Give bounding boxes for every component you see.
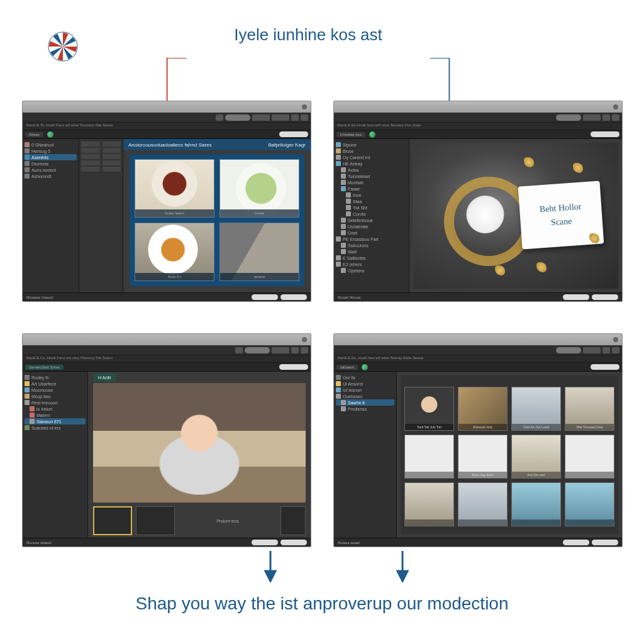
window-control-icon[interactable]: [613, 337, 618, 342]
tool-button[interactable]: [216, 114, 223, 121]
property-cell[interactable]: [103, 154, 121, 159]
tab[interactable]: Adsas: [25, 132, 43, 137]
tree-node[interactable]: Pnolienss: [336, 406, 394, 412]
tree-node[interactable]: io Irelort: [25, 406, 86, 412]
tool-button[interactable]: [602, 114, 610, 121]
status-chip[interactable]: [592, 540, 618, 545]
tree-node[interactable]: Oy Carend ird: [336, 154, 407, 160]
tree-node[interactable]: Scauses ut ers: [25, 425, 86, 431]
tree-node[interactable]: Montain: [336, 179, 407, 186]
tool-button[interactable]: [252, 114, 270, 121]
tree-node[interactable]: Art Usarfeon: [25, 380, 86, 387]
asset-thumb[interactable]: Arol Dm ster: [511, 435, 561, 479]
tree-node[interactable]: Our fa: [336, 374, 394, 380]
viewport[interactable]: H Anfir Prsiom tros: [88, 372, 311, 538]
menubar[interactable]: BanE E.Es, Hoalt Nes wif aites Teecay EN…: [334, 355, 622, 363]
menubar[interactable]: BanE E.Ts, Hoalt Fens wif siise Tosoiany…: [23, 123, 311, 130]
tool-button[interactable]: [583, 114, 601, 121]
tree-node[interactable]: E2 (ehers: [336, 261, 407, 267]
tree-node[interactable]: Sipone: [336, 142, 407, 148]
tree-node[interactable]: Mcop Iteo: [25, 393, 86, 399]
status-chip[interactable]: [280, 540, 307, 545]
tree-node[interactable]: Matern: [25, 412, 86, 418]
thumbnail[interactable]: Aure 0 t: [135, 223, 214, 281]
tree-node[interactable]: Sawhe lt: [336, 399, 394, 406]
tree-node[interactable]: Ul Ansorot: [336, 380, 394, 387]
tree-node[interactable]: Usdatrrate: [336, 223, 407, 230]
tree-node[interactable]: HE Aneay: [336, 160, 407, 167]
asset-thumb[interactable]: [404, 482, 454, 526]
tool-button[interactable]: [301, 114, 308, 121]
tree-node[interactable]: Hensug 5: [25, 148, 77, 154]
tool-toggle[interactable]: [245, 347, 270, 353]
tool-button[interactable]: [272, 114, 289, 121]
tree-node[interactable]: 0 SNeahod: [25, 142, 77, 148]
tree-node[interactable]: Fawer: [336, 186, 407, 192]
tree-node[interactable]: Rodey ih: [25, 374, 86, 380]
tree-node[interactable]: Resl Imrooon: [25, 399, 86, 406]
tree-node[interactable]: Staa: [336, 198, 407, 204]
tool-button[interactable]: [612, 114, 619, 121]
tree-node[interactable]: Twi Sht: [336, 204, 407, 211]
tree-node[interactable]: Ssirooions: [336, 242, 407, 248]
asset-thumb[interactable]: [404, 435, 454, 479]
tree-node[interactable]: Ouebssec: [336, 393, 394, 399]
tree-node[interactable]: PE Ersastsou Fart: [336, 236, 407, 242]
status-chip[interactable]: [563, 540, 589, 545]
asset-thumb[interactable]: Bosu Cey lhets: [458, 435, 508, 479]
filmstrip-thumb[interactable]: [93, 506, 132, 535]
tool-toggle[interactable]: [556, 347, 581, 353]
property-cell[interactable]: [81, 167, 100, 172]
tab[interactable]: Lhicafae dso: [336, 132, 365, 137]
tree-node[interactable]: Mocmoose: [25, 387, 86, 393]
window-control-icon[interactable]: [613, 104, 618, 109]
asset-thumb[interactable]: Ebesuds Intst: [458, 387, 508, 431]
filmstrip-thumb[interactable]: [136, 506, 175, 535]
tool-button[interactable]: [291, 114, 299, 121]
search-field[interactable]: [591, 364, 619, 370]
asset-thumb[interactable]: Odet Alu Sot Lotait: [511, 387, 561, 431]
tree-node[interactable]: E Saltisctes: [336, 255, 407, 261]
tool-button[interactable]: [235, 347, 243, 353]
tree-node[interactable]: Auns eoceot: [25, 167, 77, 173]
tool-button[interactable]: [301, 347, 308, 353]
tree-node[interactable]: Onet: [336, 230, 407, 236]
asset-thumb[interactable]: [565, 482, 614, 526]
status-chip[interactable]: [252, 540, 278, 545]
thumbnail[interactable]: Indes laaint: [135, 159, 214, 218]
tree-node[interactable]: Watt: [336, 248, 407, 255]
property-cell[interactable]: [103, 167, 121, 172]
tree-node[interactable]: Opetens: [336, 267, 407, 274]
tool-button[interactable]: [612, 347, 619, 353]
tool-toggle[interactable]: [225, 114, 250, 121]
thumbnail[interactable]: ersite: [219, 159, 299, 218]
filmstrip-thumb[interactable]: [280, 506, 306, 535]
status-chip[interactable]: [563, 294, 589, 300]
tree-node[interactable]: Asenfnts: [25, 154, 77, 160]
property-cell[interactable]: [81, 142, 100, 147]
tree-node[interactable]: Staneon 871: [25, 418, 86, 425]
tree-node[interactable]: Dsonoss: [25, 160, 77, 167]
tool-button[interactable]: [272, 347, 289, 353]
tree-node[interactable]: Actsa: [336, 167, 407, 173]
property-cell[interactable]: [103, 160, 121, 165]
tree-node[interactable]: Biose: [336, 148, 407, 154]
asset-thumb[interactable]: Tselt Tak Juls Tort: [404, 387, 454, 431]
tool-button[interactable]: [291, 347, 299, 353]
tool-toggle[interactable]: [556, 114, 581, 121]
asset-thumb[interactable]: Nhe Tonsoest Dset: [565, 387, 614, 431]
menubar[interactable]: BauE E.Cs, Hnolt Fans wit niisy Fhsnovy …: [23, 355, 311, 363]
asset-thumb[interactable]: [511, 482, 561, 526]
property-cell[interactable]: [103, 148, 121, 153]
menubar[interactable]: BauE E.Es-Hnalt fecs wift sinw Tenoary H…: [334, 123, 622, 130]
thumbnail[interactable]: asrece: [219, 223, 299, 281]
window-control-icon[interactable]: [302, 337, 307, 342]
tab[interactable]: Ialloawrt: [336, 365, 358, 370]
tree-node[interactable]: Corvte: [336, 211, 407, 217]
tab[interactable]: DernerySett Srhss: [25, 365, 64, 370]
viewport[interactable]: Beht Hollor Scane: [409, 139, 622, 292]
property-cell[interactable]: [103, 142, 121, 147]
tree-node[interactable]: Setefenboue: [336, 217, 407, 223]
property-cell[interactable]: [81, 148, 100, 153]
window-control-icon[interactable]: [302, 104, 307, 109]
